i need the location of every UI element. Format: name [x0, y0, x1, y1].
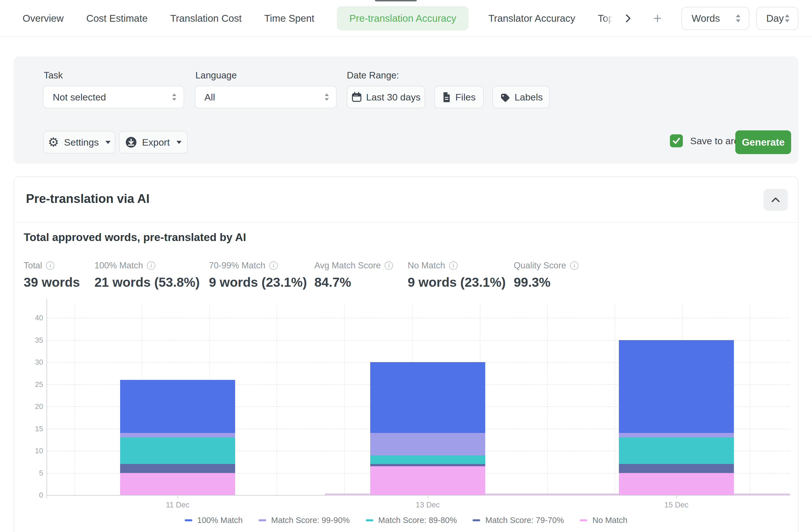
stat-no-match: No Matchi9 words (23.1%) — [408, 261, 506, 290]
save-to-archive-checkbox[interactable] — [670, 134, 683, 147]
tab-translator-accuracy[interactable]: Translator Accuracy — [488, 13, 575, 24]
legend-swatch — [259, 519, 266, 521]
bar-segment-match-score-89-80-[interactable] — [619, 437, 734, 464]
caret-down-icon — [105, 141, 111, 144]
unit-select-value: Words — [692, 13, 720, 24]
labels-button-label: Labels — [514, 92, 543, 103]
task-select[interactable]: Not selected — [43, 86, 184, 108]
labels-button[interactable]: Labels — [492, 86, 550, 108]
y-axis-tick-label: 35 — [35, 336, 43, 344]
period-select[interactable]: Day — [756, 7, 798, 30]
tag-icon — [499, 92, 510, 102]
stat-label: Total — [24, 261, 42, 271]
stat-value: 39 words — [24, 275, 80, 290]
stat-value: 84.7% — [314, 275, 393, 290]
y-axis-tick-label: 30 — [35, 358, 43, 367]
collapse-card-button[interactable] — [764, 189, 788, 211]
bar-segment-match-score-99-90-[interactable] — [370, 433, 485, 455]
info-icon[interactable]: i — [46, 261, 54, 270]
y-axis-tick-label: 40 — [35, 313, 43, 322]
x-axis-tick — [178, 495, 178, 499]
generate-button[interactable]: Generate — [735, 130, 791, 154]
y-axis-tick-label: 20 — [35, 402, 43, 411]
vertical-gridline — [344, 304, 345, 495]
y-axis-line — [46, 299, 47, 499]
x-axis-label: 15 Dec — [664, 501, 688, 509]
tab-time-spent[interactable]: Time Spent — [264, 13, 314, 24]
check-icon — [672, 138, 680, 144]
stat-label: Avg Match Score — [314, 261, 381, 271]
tab-cost-estimate[interactable]: Cost Estimate — [86, 13, 148, 24]
tabs-overflow-chevron-right-icon[interactable] — [624, 12, 633, 25]
bar-segment-match-score-89-80-[interactable] — [370, 455, 485, 464]
date-range-value: Last 30 days — [366, 92, 421, 103]
bar-segment-match-score-79-70-[interactable] — [619, 464, 734, 473]
stat-total: Totali39 words — [24, 261, 80, 290]
legend-item-100-match[interactable]: 100% Match — [185, 516, 243, 525]
stat-label: No Match — [408, 261, 445, 271]
y-axis-tick-label: 5 — [39, 468, 43, 477]
export-button[interactable]: Export — [119, 131, 188, 154]
bar-segment-100-match[interactable] — [120, 380, 235, 433]
info-icon[interactable]: i — [147, 261, 155, 270]
select-updown-icon — [784, 14, 791, 23]
legend-item-match-score-79-70-[interactable]: Match Score: 79-70% — [473, 516, 564, 525]
settings-button[interactable]: ⚙ Settings — [43, 131, 115, 154]
select-updown-icon — [171, 93, 177, 102]
legend-swatch — [366, 519, 373, 521]
bar-segment-match-score-79-70-[interactable] — [120, 464, 235, 473]
legend-item-match-score-89-80-[interactable]: Match Score: 89-80% — [366, 516, 457, 525]
task-select-value: Not selected — [53, 92, 106, 103]
legend-label: Match Score: 99-90% — [271, 516, 350, 525]
bar-segment-match-score-89-80-[interactable] — [120, 437, 235, 464]
task-label: Task — [44, 70, 63, 81]
bar-segment-no-match[interactable] — [120, 473, 235, 495]
file-icon — [443, 92, 451, 102]
x-axis-tick — [428, 495, 428, 499]
bar-segment-match-score-79-70-[interactable] — [370, 464, 485, 466]
info-icon[interactable]: i — [385, 261, 393, 270]
gear-icon: ⚙ — [48, 136, 59, 149]
tab-top[interactable]: Top — [598, 13, 613, 24]
info-icon[interactable]: i — [570, 261, 579, 270]
bar-segment-match-score-99-90-[interactable] — [619, 433, 734, 437]
info-icon[interactable]: i — [449, 261, 458, 270]
stat-70-99-match: 70-99% Matchi9 words (23.1%) — [209, 261, 307, 290]
bar-segment-match-score-99-90-[interactable] — [120, 433, 235, 437]
language-select[interactable]: All — [195, 86, 337, 108]
stats-row: Totali39 words100% Matchi21 words (53.8%… — [14, 261, 798, 297]
bar-segment-no-match[interactable] — [619, 473, 734, 495]
legend-label: 100% Match — [197, 516, 243, 525]
info-icon[interactable]: i — [269, 261, 278, 270]
language-select-value: All — [204, 92, 215, 103]
stat-label: 100% Match — [95, 261, 143, 271]
chart-section-title: Total approved words, pre-translated by … — [24, 231, 246, 243]
vertical-gridline — [277, 304, 277, 495]
bar-segment-no-match[interactable] — [370, 466, 485, 495]
tab-pre-translation-accuracy[interactable]: Pre-translation Accuracy — [337, 6, 468, 30]
y-axis-tick-label: 10 — [35, 447, 43, 455]
tab-translation-cost[interactable]: Translation Cost — [170, 13, 242, 24]
date-range-button[interactable]: Last 30 days — [347, 86, 425, 108]
unit-select[interactable]: Words — [681, 7, 750, 30]
settings-button-label: Settings — [64, 137, 99, 148]
period-select-value: Day — [766, 13, 784, 24]
legend-item-match-score-99-90-[interactable]: Match Score: 99-90% — [259, 516, 350, 525]
stat-value: 99.3% — [514, 275, 579, 290]
legend-swatch — [473, 519, 480, 521]
files-button[interactable]: Files — [434, 86, 484, 108]
filters-panel: Task Not selected Language All Date Rang… — [14, 56, 798, 164]
download-circle-icon — [125, 136, 137, 148]
select-updown-icon — [324, 93, 330, 102]
legend-item-no-match[interactable]: No Match — [580, 516, 627, 525]
stat-100-match: 100% Matchi21 words (53.8%) — [95, 261, 200, 290]
vertical-gridline — [615, 304, 615, 495]
vertical-gridline — [74, 304, 75, 495]
x-axis-label: 13 Dec — [416, 501, 440, 509]
export-button-label: Export — [142, 137, 170, 148]
tab-overview[interactable]: Overview — [23, 13, 64, 24]
select-updown-icon — [735, 14, 741, 23]
bar-segment-100-match[interactable] — [370, 362, 485, 433]
bar-segment-100-match[interactable] — [619, 340, 734, 433]
add-tab-button[interactable]: + — [653, 11, 662, 26]
